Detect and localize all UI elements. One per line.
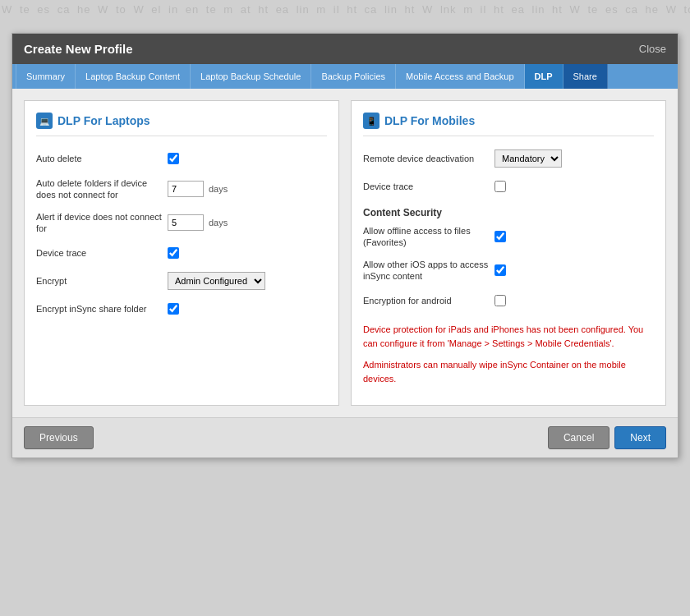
android-encryption-label: Encryption for android: [363, 295, 494, 306]
next-button[interactable]: Next: [614, 426, 666, 449]
offline-access-label: Allow offline access to files (Favorites…: [363, 225, 494, 249]
device-trace-control: [168, 247, 327, 259]
remote-deactivation-control: Mandatory Optional Disabled: [494, 149, 654, 168]
alert-connect-days-input[interactable]: [168, 214, 204, 231]
encrypt-insync-row: Encrypt inSync share folder: [36, 300, 327, 318]
footer-right: Cancel Next: [548, 426, 666, 449]
mobile-device-trace-checkbox[interactable]: [494, 181, 506, 192]
offline-access-checkbox[interactable]: [494, 231, 506, 242]
dialog-title: Create New Profile: [24, 42, 133, 56]
tab-dlp[interactable]: DLP: [525, 64, 564, 89]
alert-connect-label: Alert if device does not connect for: [36, 211, 168, 235]
encrypt-row: Encrypt Admin Configured Mandatory Optio…: [36, 272, 327, 290]
device-trace-checkbox[interactable]: [168, 247, 179, 259]
content-security-heading: Content Security: [363, 207, 654, 218]
android-encryption-control: [494, 295, 654, 306]
mobile-device-trace-control: [494, 181, 654, 192]
tab-backup-policies[interactable]: Backup Policies: [311, 64, 396, 89]
dialog-footer: Previous Cancel Next: [12, 417, 678, 457]
encrypt-insync-label: Encrypt inSync share folder: [36, 303, 168, 315]
encrypt-insync-checkbox[interactable]: [168, 303, 179, 315]
ios-apps-control: [494, 264, 654, 276]
left-panel-icon: 💻: [36, 113, 53, 129]
offline-access-control: [494, 231, 654, 242]
alert-connect-control: days: [168, 214, 327, 231]
alert-connect-days-label: days: [209, 218, 228, 228]
right-panel: 📱 DLP For Mobiles Remote device deactiva…: [351, 100, 666, 406]
right-panel-title: 📱 DLP For Mobiles: [363, 113, 654, 136]
remote-deactivation-select[interactable]: Mandatory Optional Disabled: [494, 149, 562, 168]
encrypt-control: Admin Configured Mandatory Optional Disa…: [168, 272, 327, 290]
device-trace-label: Device trace: [36, 247, 168, 259]
warning-ipad-iphone: Device protection for iPads and iPhones …: [363, 323, 654, 350]
tab-laptop-backup-content[interactable]: Laptop Backup Content: [76, 64, 191, 89]
ios-apps-label: Allow other iOS apps to access inSync co…: [363, 259, 494, 283]
tab-bar: Summary Laptop Backup Content Laptop Bac…: [12, 64, 678, 89]
tab-mobile-access[interactable]: Mobile Access and Backup: [396, 64, 524, 89]
tab-summary[interactable]: Summary: [16, 64, 76, 89]
auto-delete-days-label: days: [209, 184, 228, 194]
close-button[interactable]: Close: [639, 43, 666, 55]
offline-access-row: Allow offline access to files (Favorites…: [363, 225, 654, 249]
auto-delete-folders-label: Auto delete folders if device does not c…: [36, 177, 168, 201]
encrypt-select[interactable]: Admin Configured Mandatory Optional Disa…: [168, 272, 265, 290]
tab-share[interactable]: Share: [564, 64, 608, 89]
auto-delete-days-input[interactable]: [168, 181, 204, 197]
alert-connect-row: Alert if device does not connect for day…: [36, 211, 327, 235]
device-trace-row: Device trace: [36, 244, 327, 262]
warning-manual-wipe: Administrators can manually wipe inSync …: [363, 358, 654, 385]
dialog-content: 💻 DLP For Laptops Auto delete Auto delet…: [12, 89, 678, 417]
auto-delete-row: Auto delete: [36, 149, 327, 168]
right-panel-icon: 📱: [363, 113, 380, 129]
remote-deactivation-label: Remote device deactivation: [363, 153, 494, 164]
mobile-device-trace-label: Device trace: [363, 181, 494, 192]
auto-delete-folders-control: days: [168, 181, 327, 197]
auto-delete-label: Auto delete: [36, 153, 168, 164]
mobile-device-trace-row: Device trace: [363, 177, 654, 195]
left-panel: 💻 DLP For Laptops Auto delete Auto delet…: [24, 100, 339, 406]
create-profile-dialog: Create New Profile Close Summary Laptop …: [12, 33, 678, 458]
previous-button[interactable]: Previous: [24, 426, 94, 449]
auto-delete-folders-row: Auto delete folders if device does not c…: [36, 177, 327, 201]
ios-apps-row: Allow other iOS apps to access inSync co…: [363, 259, 654, 283]
encrypt-insync-control: [168, 303, 327, 315]
encrypt-label: Encrypt: [36, 275, 168, 287]
dialog-header: Create New Profile Close: [12, 34, 678, 64]
ios-apps-checkbox[interactable]: [494, 264, 506, 276]
left-panel-title: 💻 DLP For Laptops: [36, 113, 327, 136]
cancel-button[interactable]: Cancel: [548, 426, 610, 449]
android-encryption-row: Encryption for android: [363, 292, 654, 310]
android-encryption-checkbox[interactable]: [494, 295, 506, 306]
tab-laptop-backup-schedule[interactable]: Laptop Backup Schedule: [191, 64, 311, 89]
auto-delete-control: [168, 153, 327, 164]
auto-delete-checkbox[interactable]: [168, 153, 179, 164]
remote-deactivation-row: Remote device deactivation Mandatory Opt…: [363, 149, 654, 168]
